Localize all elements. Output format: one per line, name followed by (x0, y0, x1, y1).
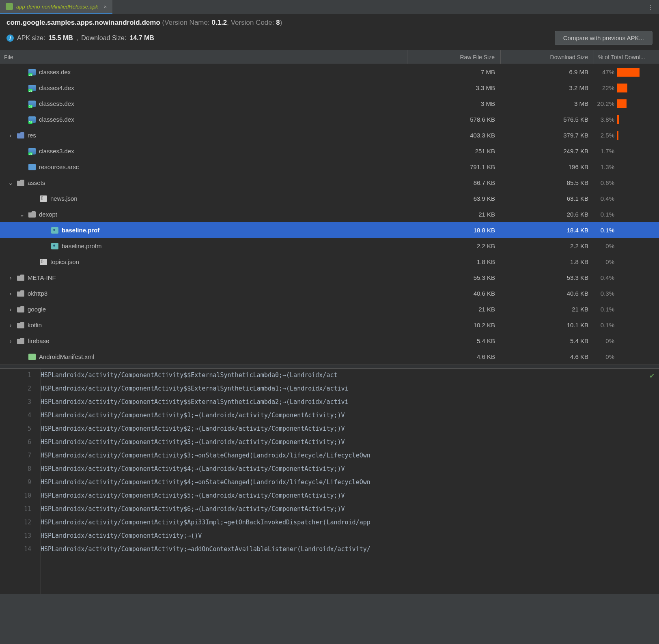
chevron-icon[interactable]: ⌄ (19, 211, 25, 218)
percent-value: 0.6% (594, 179, 614, 186)
download-size: 40.6 KB (501, 290, 594, 297)
percent-value: 1.3% (594, 163, 614, 170)
percent-value: 22% (594, 84, 614, 91)
table-row[interactable]: baseline.prof18.8 KB18.4 KB0.1% (0, 222, 659, 238)
percent-value: 1.7% (594, 148, 614, 155)
download-size: 63.1 KB (501, 195, 594, 202)
apk-header: com.google.samples.apps.nowinandroid.dem… (0, 15, 659, 50)
percent-bar (617, 68, 640, 77)
download-size: 576.5 KB (501, 116, 594, 123)
table-row[interactable]: baseline.profm2.2 KB2.2 KB0% (0, 238, 659, 254)
file-name: AndroidManifest.xml (39, 353, 94, 360)
raw-size: 21 KB (407, 306, 501, 313)
col-percent[interactable]: % of Total Downl... (594, 50, 659, 64)
table-row[interactable]: classes6.dex578.6 KB576.5 KB3.8% (0, 112, 659, 127)
chevron-icon[interactable]: › (7, 322, 14, 328)
download-size: 2.2 KB (501, 243, 594, 249)
mf-icon (28, 354, 36, 360)
percent-value: 20.2% (594, 100, 614, 107)
table-row[interactable]: ⌄assets86.7 KB85.5 KB0.6% (0, 175, 659, 191)
prof-icon (51, 227, 58, 234)
dex-icon (28, 116, 36, 123)
chevron-icon[interactable]: › (7, 132, 14, 139)
arsc-icon (28, 164, 36, 170)
chevron-icon[interactable]: › (7, 306, 14, 313)
chevron-icon[interactable]: › (7, 337, 14, 344)
download-size: 20.6 KB (501, 211, 594, 218)
file-name: classes3.dex (39, 148, 74, 155)
table-row[interactable]: ⌄dexopt21 KB20.6 KB0.1% (0, 206, 659, 222)
folder-icon (17, 290, 24, 297)
json-icon (40, 195, 47, 202)
file-name: topics.json (50, 258, 79, 265)
file-name: baseline.prof (62, 227, 99, 234)
chevron-icon[interactable]: › (7, 274, 14, 281)
file-name: news.json (50, 195, 78, 202)
folder-icon (17, 275, 24, 281)
download-size: 18.4 KB (501, 227, 594, 234)
line-gutter: 1234567891011121314 (0, 369, 41, 594)
col-raw[interactable]: Raw File Size (407, 50, 501, 64)
table-row[interactable]: ›META-INF55.3 KB53.3 KB0.4% (0, 270, 659, 286)
file-name: classes6.dex (39, 116, 74, 123)
percent-value: 0% (594, 258, 614, 265)
download-size: 53.3 KB (501, 274, 594, 281)
code-content[interactable]: HSPLandroidx/activity/ComponentActivity$… (41, 369, 659, 594)
folder-icon (17, 322, 24, 328)
table-row[interactable]: classes3.dex251 KB249.7 KB1.7% (0, 143, 659, 159)
file-name: res (28, 132, 36, 139)
editor-tab[interactable]: app-demo-nonMinifiedRelease.apk × (0, 0, 112, 14)
raw-size: 10.2 KB (407, 322, 501, 328)
raw-size: 86.7 KB (407, 179, 501, 186)
dex-icon (28, 101, 36, 107)
raw-size: 403.3 KB (407, 132, 501, 139)
table-row[interactable]: classes5.dex3 MB3 MB20.2% (0, 96, 659, 112)
prof-icon (51, 243, 58, 249)
col-download[interactable]: Download Size (501, 50, 594, 64)
table-row[interactable]: ›firebase5.4 KB5.4 KB0% (0, 333, 659, 349)
table-row[interactable]: resources.arsc791.1 KB196 KB1.3% (0, 159, 659, 175)
raw-size: 4.6 KB (407, 353, 501, 360)
code-viewer: ✔ 1234567891011121314 HSPLandroidx/activ… (0, 369, 659, 594)
chevron-icon[interactable]: ⌄ (7, 179, 14, 187)
download-size: 10.1 KB (501, 322, 594, 328)
download-size: 4.6 KB (501, 353, 594, 360)
file-name: dexopt (39, 211, 57, 218)
raw-size: 2.2 KB (407, 243, 501, 249)
table-row[interactable]: ›res403.3 KB379.7 KB2.5% (0, 127, 659, 143)
folder-icon (28, 211, 36, 218)
more-icon[interactable]: ⋮ (642, 4, 659, 10)
percent-value: 0.4% (594, 274, 614, 281)
table-row[interactable]: classes.dex7 MB6.9 MB47% (0, 64, 659, 80)
table-row[interactable]: classes4.dex3.3 MB3.2 MB22% (0, 80, 659, 96)
dex-icon (28, 148, 36, 155)
table-row[interactable]: ›kotlin10.2 KB10.1 KB0.1% (0, 317, 659, 333)
file-list: classes.dex7 MB6.9 MB47%classes4.dex3.3 … (0, 64, 659, 365)
percent-value: 0.4% (594, 195, 614, 202)
pane-divider[interactable] (0, 365, 659, 369)
percent-value: 0% (594, 353, 614, 360)
percent-value: 2.5% (594, 132, 614, 139)
raw-size: 18.8 KB (407, 227, 501, 234)
percent-value: 47% (594, 69, 614, 75)
compare-button[interactable]: Compare with previous APK... (555, 31, 653, 45)
col-file[interactable]: File (0, 50, 407, 64)
table-row[interactable]: ›okhttp340.6 KB40.6 KB0.3% (0, 286, 659, 301)
file-name: META-INF (28, 274, 56, 281)
tab-bar: app-demo-nonMinifiedRelease.apk × ⋮ (0, 0, 659, 15)
close-icon[interactable]: × (104, 4, 107, 10)
file-name: baseline.profm (62, 243, 101, 249)
percent-bar (617, 115, 619, 124)
percent-bar (617, 84, 627, 92)
file-name: kotlin (28, 322, 42, 328)
download-size: 249.7 KB (501, 148, 594, 155)
raw-size: 251 KB (407, 148, 501, 155)
table-row[interactable]: AndroidManifest.xml4.6 KB4.6 KB0% (0, 349, 659, 365)
table-row[interactable]: topics.json1.8 KB1.8 KB0% (0, 254, 659, 270)
table-row[interactable]: news.json63.9 KB63.1 KB0.4% (0, 191, 659, 206)
package-row: com.google.samples.apps.nowinandroid.dem… (6, 19, 653, 27)
raw-size: 791.1 KB (407, 163, 501, 170)
chevron-icon[interactable]: › (7, 290, 14, 297)
table-row[interactable]: ›google21 KB21 KB0.1% (0, 301, 659, 317)
file-name: resources.arsc (39, 163, 79, 170)
